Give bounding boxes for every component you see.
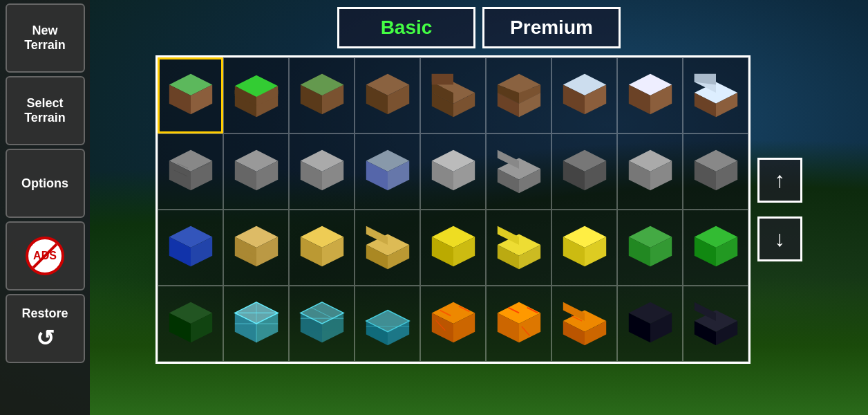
terrain-cell-1-7[interactable] — [617, 133, 683, 210]
terrain-cell-2-1[interactable] — [223, 210, 289, 286]
ads-circle-icon: ADS — [26, 237, 64, 275]
terrain-cell-3-4[interactable] — [420, 286, 486, 362]
select-terrain-label: Select — [26, 96, 63, 111]
block-lava1-icon — [426, 297, 480, 351]
up-arrow-icon: ↑ — [775, 167, 786, 193]
tab-bar: Basic Premium — [202, 7, 755, 48]
block-obsidian-step-icon — [689, 297, 743, 351]
terrain-cell-2-0[interactable] — [158, 210, 223, 286]
terrain-cell-0-2[interactable] — [289, 57, 355, 133]
block-dirt-grass-icon — [295, 68, 349, 122]
main-content: Basic Premium — [90, 0, 868, 415]
block-grass-flat-icon — [229, 68, 283, 122]
block-stone-dark-icon — [558, 145, 612, 199]
block-stone1-icon — [164, 145, 218, 199]
new-terrain-label2: Terrain — [24, 38, 66, 53]
block-yellow-bright-icon — [426, 221, 480, 275]
block-snow-flat-icon — [623, 68, 677, 122]
block-yellow-step-icon — [492, 221, 546, 275]
down-arrow-icon: ↓ — [775, 226, 786, 252]
block-green-block-icon — [689, 221, 743, 275]
sidebar: New Terrain Select Terrain Options ADS R… — [0, 0, 90, 415]
tab-premium[interactable]: Premium — [482, 7, 621, 48]
terrain-cell-0-1[interactable] — [223, 57, 289, 133]
restore-button[interactable]: Restore ↺ — [6, 294, 85, 363]
block-dirt-step-icon — [426, 68, 480, 122]
block-dirt-icon — [361, 68, 415, 122]
scroll-down-button[interactable]: ↓ — [757, 216, 802, 261]
terrain-cell-3-5[interactable] — [486, 286, 551, 362]
block-wood-step-icon — [361, 221, 415, 275]
tab-basic-label: Basic — [381, 17, 433, 39]
block-stone-blue-icon — [361, 145, 415, 199]
select-terrain-label2: Terrain — [24, 111, 66, 125]
terrain-cell-3-0[interactable] — [158, 286, 223, 362]
terrain-cell-3-3[interactable] — [355, 286, 420, 362]
block-stone-dkgrey-icon — [689, 145, 743, 199]
scroll-arrows: ↑ ↓ — [757, 158, 802, 261]
block-dirt-step2-icon — [492, 68, 546, 122]
terrain-cell-0-7[interactable] — [617, 57, 683, 133]
terrain-cell-1-0[interactable] — [158, 133, 223, 210]
terrain-cell-0-5[interactable] — [486, 57, 551, 133]
terrain-cell-1-3[interactable] — [355, 133, 420, 210]
block-diamond-step-icon — [361, 297, 415, 351]
scroll-up-button[interactable]: ↑ — [757, 158, 802, 203]
block-green-dark-icon — [164, 297, 218, 351]
select-terrain-button[interactable]: Select Terrain — [6, 76, 85, 145]
terrain-cell-3-6[interactable] — [551, 286, 617, 362]
block-snow-step-icon — [689, 68, 743, 122]
terrain-cell-1-2[interactable] — [289, 133, 355, 210]
block-stone2-icon — [229, 145, 283, 199]
block-green-mossy-icon — [623, 221, 677, 275]
options-button[interactable]: Options — [6, 149, 85, 218]
terrain-cell-0-4[interactable] — [420, 57, 486, 133]
block-stone-grey-icon — [623, 145, 677, 199]
ads-button[interactable]: ADS — [6, 221, 85, 290]
restore-icon: ↺ — [36, 325, 55, 351]
restore-label: Restore — [21, 306, 68, 321]
tab-basic[interactable]: Basic — [337, 7, 475, 48]
grid-container: ↑ ↓ — [155, 55, 802, 364]
terrain-cell-1-8[interactable] — [683, 133, 748, 210]
terrain-cell-3-8[interactable] — [683, 286, 748, 362]
new-terrain-button[interactable]: New Terrain — [6, 3, 85, 73]
terrain-cell-0-3[interactable] — [355, 57, 420, 133]
terrain-cell-1-4[interactable] — [420, 133, 486, 210]
terrain-cell-0-8[interactable] — [683, 57, 748, 133]
terrain-cell-1-5[interactable] — [486, 133, 551, 210]
block-diamond-flat-icon — [295, 297, 349, 351]
terrain-cell-0-0[interactable] — [158, 57, 223, 133]
block-stone-step-icon — [492, 145, 546, 199]
terrain-cell-0-6[interactable] — [551, 57, 617, 133]
terrain-cell-2-2[interactable] — [289, 210, 355, 286]
block-snow-full-icon — [558, 68, 612, 122]
terrain-grid — [155, 55, 751, 364]
terrain-cell-2-7[interactable] — [617, 210, 683, 286]
terrain-cell-2-8[interactable] — [683, 210, 748, 286]
terrain-cell-1-6[interactable] — [551, 133, 617, 210]
block-yellow-flat-icon — [558, 221, 612, 275]
new-terrain-label: New — [32, 24, 57, 38]
svg-marker-23 — [431, 74, 453, 85]
terrain-cell-2-4[interactable] — [420, 210, 486, 286]
terrain-cell-2-3[interactable] — [355, 210, 420, 286]
block-stone-light-icon — [426, 145, 480, 199]
block-blue-icon — [164, 221, 218, 275]
block-obsidian-icon — [623, 297, 677, 351]
terrain-cell-3-2[interactable] — [289, 286, 355, 362]
block-diamond-icon — [229, 297, 283, 351]
terrain-cell-3-7[interactable] — [617, 286, 683, 362]
block-wood-plank-icon — [229, 221, 283, 275]
terrain-cell-2-6[interactable] — [551, 210, 617, 286]
tab-premium-label: Premium — [510, 17, 593, 39]
block-wood-flat-icon — [295, 221, 349, 275]
block-stone3-icon — [295, 145, 349, 199]
terrain-cell-1-1[interactable] — [223, 133, 289, 210]
options-label: Options — [21, 176, 68, 191]
terrain-cell-2-5[interactable] — [486, 210, 551, 286]
terrain-cell-3-1[interactable] — [223, 286, 289, 362]
block-lava2-icon — [492, 297, 546, 351]
ads-text: ADS — [33, 250, 57, 262]
block-lava-step-icon — [558, 297, 612, 351]
